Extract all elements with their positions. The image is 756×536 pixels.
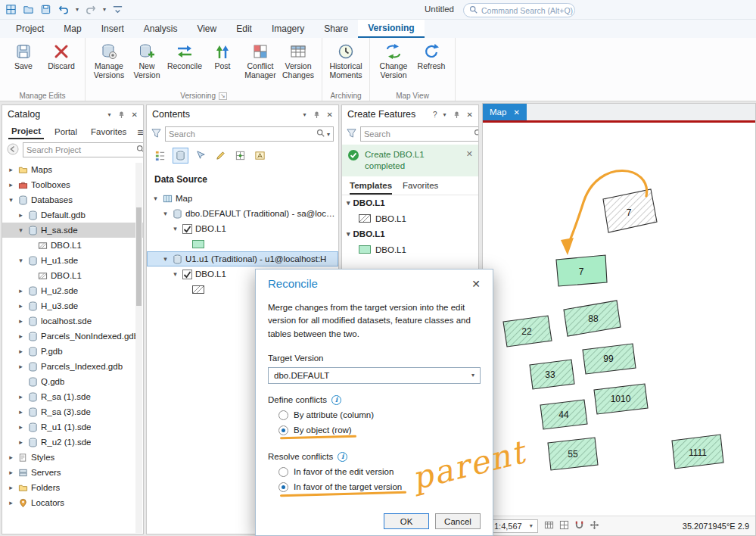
close-icon[interactable]: ✕ — [471, 278, 481, 290]
collapse-icon[interactable]: ▾ — [347, 230, 350, 238]
collapse-icon[interactable]: ▾ — [161, 255, 170, 263]
radio-in-favor-of-the-edit-version[interactable]: In favor of the edit version — [278, 467, 481, 477]
help-icon[interactable]: ? — [433, 111, 437, 119]
customize-quick-access-icon[interactable] — [112, 4, 123, 15]
list-by-selection-icon[interactable] — [194, 148, 208, 163]
ok-button[interactable]: OK — [384, 513, 429, 529]
template-item[interactable]: DBO.L1 — [342, 211, 478, 226]
collapse-icon[interactable]: ▾ — [17, 257, 25, 264]
expand-icon[interactable]: ▸ — [7, 166, 15, 173]
command-search-input[interactable] — [481, 6, 583, 15]
back-icon[interactable] — [7, 143, 19, 157]
tree-item-parcels-indexed-gdb[interactable]: ▸ Parcels_Indexed.gdb — [2, 359, 143, 374]
contents-search-box[interactable]: ▾ — [165, 126, 334, 142]
dialog-launcher-icon[interactable]: ↘ — [219, 92, 227, 100]
catalog-scrollbar[interactable] — [135, 163, 142, 533]
tree-item-servers[interactable]: ▸ Servers — [2, 465, 143, 480]
move-icon[interactable] — [590, 520, 599, 531]
expand-icon[interactable]: ▸ — [17, 347, 25, 355]
tree-item-q-gdb[interactable]: Q.gdb — [2, 374, 143, 389]
magnet-icon[interactable] — [574, 520, 584, 531]
radio-button-icon[interactable] — [278, 425, 288, 435]
tree-item-r-sa-3-sde[interactable]: ▸ R_sa (3).sde — [2, 404, 143, 419]
chevron-down-icon[interactable]: ▾ — [108, 111, 111, 118]
template-group-header[interactable]: ▾ DBO.L1 — [342, 195, 478, 211]
ribbon-tab-insert[interactable]: Insert — [92, 20, 134, 38]
map-canvas[interactable]: 7788229933101044551111 — [483, 123, 755, 516]
expand-icon[interactable]: ▸ — [17, 363, 25, 370]
tree-item-r-u2-1-sde[interactable]: ▸ R_u2 (1).sde — [2, 435, 143, 450]
template-search-input[interactable] — [364, 129, 471, 139]
quick-access-dropdown-icon[interactable]: ▾ — [103, 6, 106, 13]
expand-icon[interactable]: ▸ — [17, 332, 25, 340]
ribbon-tab-analysis[interactable]: Analysis — [134, 20, 188, 38]
ribbon-tab-edit[interactable]: Edit — [226, 20, 262, 38]
contents-search-input[interactable] — [169, 129, 314, 139]
open-project-icon[interactable] — [23, 4, 34, 15]
expand-icon[interactable]: ▸ — [7, 484, 15, 491]
radio-button-icon[interactable] — [278, 410, 288, 420]
expand-icon[interactable]: ▸ — [7, 499, 15, 506]
scale-selector[interactable]: 1:4,567 ▾ — [489, 519, 538, 533]
collapse-icon[interactable]: ▾ — [7, 196, 15, 204]
tree-item-h-sa-sde[interactable]: ▾ H_sa.sde — [2, 223, 143, 238]
radio-in-favor-of-the-target-version[interactable]: In favor of the target version — [278, 482, 481, 492]
pin-icon[interactable] — [453, 111, 461, 119]
target-version-dropdown[interactable]: dbo.DEFAULT ▾ — [268, 367, 481, 384]
chevron-down-icon[interactable]: ▾ — [443, 111, 446, 118]
close-icon[interactable]: ✕ — [467, 111, 473, 119]
ribbon-tab-view[interactable]: View — [187, 20, 226, 38]
list-by-labeling-icon[interactable] — [253, 148, 267, 163]
expand-icon[interactable]: ▸ — [17, 211, 25, 219]
ribbon-tab-map[interactable]: Map — [54, 20, 91, 38]
info-icon[interactable]: i — [331, 395, 341, 405]
change-version-button[interactable]: Change Version — [375, 41, 412, 79]
tree-item-parcels-nonindexed-gdb[interactable]: ▸ Parcels_NonIndexed.gdb — [2, 329, 143, 344]
tree-item-default-gdb[interactable]: ▸ Default.gdb — [2, 207, 143, 223]
undo-icon[interactable] — [58, 4, 70, 15]
radio-by-attribute-column[interactable]: By attribute (column) — [278, 410, 481, 420]
close-icon[interactable]: ✕ — [513, 108, 519, 117]
refresh-button[interactable]: Refresh — [412, 41, 450, 70]
filter-icon[interactable] — [347, 128, 356, 140]
collapse-icon[interactable]: ▾ — [161, 210, 170, 217]
list-by-snapping-icon[interactable] — [233, 148, 247, 163]
ribbon-tab-project[interactable]: Project — [6, 20, 54, 38]
expand-icon[interactable]: ▸ — [7, 181, 15, 189]
ribbon-tab-versioning[interactable]: Versioning — [358, 20, 424, 38]
undo-dropdown-icon[interactable]: ▾ — [76, 6, 79, 13]
radio-button-icon[interactable] — [278, 467, 288, 477]
ribbon-tab-imagery[interactable]: Imagery — [262, 20, 314, 38]
tree-item-styles[interactable]: ▸ Styles — [2, 450, 143, 465]
expand-icon[interactable]: ▸ — [7, 453, 15, 461]
tree-item-folders[interactable]: ▸ Folders — [2, 480, 143, 495]
template-group-header[interactable]: ▾ DBO.L1 — [342, 226, 478, 242]
menu-icon[interactable]: ≡ — [137, 126, 143, 139]
table-icon[interactable] — [544, 520, 554, 531]
chevron-down-icon[interactable]: ▾ — [303, 111, 306, 118]
close-icon[interactable]: ✕ — [327, 111, 333, 119]
scrollbar-thumb[interactable] — [136, 207, 142, 306]
grid-icon[interactable] — [559, 520, 569, 531]
pin-icon[interactable] — [313, 111, 321, 119]
tab-favorites[interactable]: Favorites — [403, 181, 438, 195]
list-by-editing-icon[interactable] — [213, 148, 228, 163]
tab-favorites[interactable]: Favorites — [88, 126, 129, 139]
list-by-data-source-icon[interactable] — [173, 148, 188, 164]
expand-icon[interactable]: ▸ — [17, 302, 25, 310]
tree-item-localhost-sde[interactable]: ▸ localhost.sde — [2, 313, 143, 329]
tree-item-dbo-l1[interactable]: DBO.L1 — [2, 268, 143, 283]
map-drawing[interactable]: 7788229933101044551111 — [483, 123, 755, 516]
info-icon[interactable]: i — [338, 452, 347, 462]
expand-icon[interactable]: ▸ — [17, 317, 25, 325]
catalog-search-box[interactable]: ▾ — [23, 142, 144, 157]
expand-icon[interactable]: ▸ — [17, 287, 25, 294]
tree-item-locators[interactable]: ▸ Locators — [2, 495, 143, 510]
tree-item-dbo-l1[interactable]: DBO.L1 — [2, 238, 143, 253]
tree-item-r-u1-1-sde[interactable]: ▸ R_u1 (1).sde — [2, 419, 143, 435]
save-project-icon[interactable] — [40, 4, 51, 15]
collapse-icon[interactable]: ▾ — [17, 226, 25, 234]
tree-item-p-gdb[interactable]: ▸ P.gdb — [2, 344, 143, 359]
template-search-box[interactable]: ▾ — [360, 126, 479, 142]
template-item[interactable]: DBO.L1 — [342, 242, 478, 257]
